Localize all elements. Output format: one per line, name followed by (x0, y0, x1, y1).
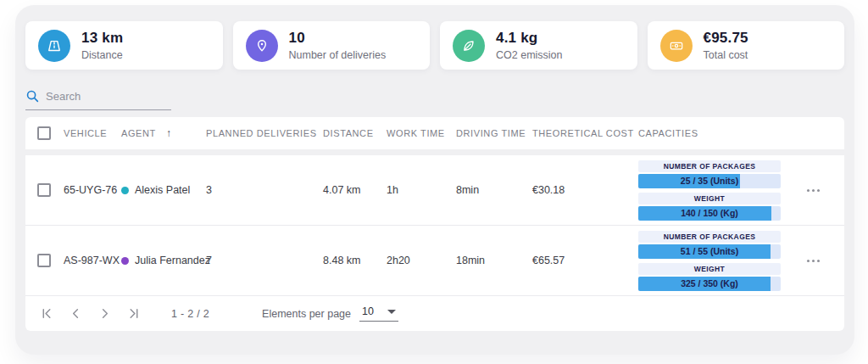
stat-card-co2: 4.1 kg CO2 emission (440, 21, 637, 70)
agent-color-dot (121, 257, 129, 265)
routes-table: VEHICLE AGENT ↑ PLANNED DELIVERIES DISTA… (25, 117, 844, 331)
driving-time-cell: 18min (456, 255, 532, 266)
planned-deliveries-cell: 7 (206, 255, 323, 266)
vehicle-cell: AS-987-WX (64, 255, 121, 266)
previous-page-button[interactable] (64, 303, 86, 325)
packages-capacity-label: NUMBER OF PACKAGES (638, 160, 781, 172)
capacities-cell: NUMBER OF PACKAGES 51 / 55 (Units) WEIGH… (638, 231, 782, 291)
column-header-work-time[interactable]: WORK TIME (387, 128, 456, 138)
packages-capacity-value: 51 / 55 (Units) (638, 244, 781, 259)
agent-cell: Julia Fernandez (121, 255, 206, 266)
agent-cell: Alexis Patel (121, 184, 206, 196)
row-actions-menu[interactable] (802, 255, 825, 267)
banknote-icon (660, 30, 693, 62)
stat-card-distance: 13 km Distance (25, 21, 223, 70)
column-header-theoretical-cost[interactable]: THEORETICAL COST (532, 128, 638, 138)
app-canvas: 13 km Distance 10 Number of deliveries (0, 0, 868, 364)
last-page-button[interactable] (122, 303, 144, 325)
agent-name: Alexis Patel (135, 184, 190, 196)
stat-label-deliveries: Number of deliveries (289, 49, 387, 61)
table-row: AS-987-WX Julia Fernandez 7 8.48 km 2h20… (25, 226, 844, 295)
pin-icon (246, 30, 278, 62)
per-page-select[interactable]: 10 (359, 305, 398, 322)
work-time-cell: 2h20 (387, 255, 456, 266)
row-actions-menu[interactable] (802, 184, 825, 197)
per-page-control: Elements per page 10 (262, 305, 398, 322)
chevron-down-icon (387, 310, 396, 314)
sort-asc-icon: ↑ (166, 127, 172, 139)
weight-capacity-label: WEIGHT (638, 263, 781, 275)
capacities-cell: NUMBER OF PACKAGES 25 / 35 (Units) WEIGH… (638, 160, 782, 221)
column-header-agent[interactable]: AGENT ↑ (121, 127, 206, 139)
column-header-driving-time[interactable]: DRIVING TIME (456, 128, 532, 138)
page-range-label: 1 - 2 / 2 (171, 308, 209, 320)
row-checkbox[interactable] (37, 254, 51, 267)
search-field (25, 85, 171, 110)
stat-value-cost: €95.75 (704, 30, 748, 47)
stat-card-cost: €95.75 Total cost (648, 21, 845, 70)
per-page-value: 10 (362, 305, 374, 317)
weight-capacity-label: WEIGHT (638, 193, 781, 204)
packages-capacity-label: NUMBER OF PACKAGES (638, 231, 781, 243)
stat-label-distance: Distance (81, 49, 123, 61)
stat-value-deliveries: 10 (289, 30, 387, 47)
column-header-capacities[interactable]: CAPACITIES (638, 128, 782, 138)
stat-card-deliveries: 10 Number of deliveries (233, 21, 431, 70)
weight-capacity-value: 140 / 150 (Kg) (638, 206, 781, 221)
theoretical-cost-cell: €65.57 (532, 255, 638, 266)
stat-label-cost: Total cost (704, 49, 748, 61)
stats-row: 13 km Distance 10 Number of deliveries (25, 21, 844, 70)
packages-capacity-value: 25 / 35 (Units) (638, 174, 781, 188)
weight-capacity-bar: 325 / 350 (Kg) (638, 277, 781, 291)
select-all-checkbox[interactable] (37, 126, 51, 140)
stat-value-co2: 4.1 kg (496, 30, 563, 47)
weight-capacity-value: 325 / 350 (Kg) (638, 277, 781, 291)
column-header-planned-deliveries[interactable]: PLANNED DELIVERIES (206, 128, 323, 138)
search-input[interactable] (46, 90, 171, 103)
table-header-row: VEHICLE AGENT ↑ PLANNED DELIVERIES DISTA… (25, 117, 844, 149)
driving-time-cell: 8min (456, 184, 532, 196)
theoretical-cost-cell: €30.18 (532, 184, 638, 196)
table-row: 65-UYG-76 Alexis Patel 3 4.07 km 1h 8min… (25, 155, 844, 225)
distance-cell: 4.07 km (323, 184, 387, 196)
search-icon (25, 89, 40, 104)
stat-value-distance: 13 km (81, 30, 123, 47)
dashboard-panel: 13 km Distance 10 Number of deliveries (15, 5, 854, 355)
work-time-cell: 1h (387, 184, 456, 196)
distance-cell: 8.48 km (323, 255, 387, 266)
next-page-button[interactable] (93, 303, 115, 325)
header-gap (25, 149, 844, 155)
packages-capacity-bar: 51 / 55 (Units) (638, 244, 781, 259)
agent-color-dot (121, 187, 129, 194)
table-footer: 1 - 2 / 2 Elements per page 10 (25, 295, 844, 331)
weight-capacity-bar: 140 / 150 (Kg) (638, 206, 781, 221)
road-icon (38, 30, 70, 62)
row-checkbox[interactable] (37, 183, 51, 197)
planned-deliveries-cell: 3 (206, 184, 323, 196)
packages-capacity-bar: 25 / 35 (Units) (638, 174, 781, 188)
leaf-icon (453, 30, 485, 62)
first-page-button[interactable] (36, 303, 58, 325)
column-header-distance[interactable]: DISTANCE (323, 128, 387, 138)
per-page-label: Elements per page (262, 308, 351, 320)
vehicle-cell: 65-UYG-76 (64, 184, 121, 196)
stat-label-co2: CO2 emission (496, 49, 563, 61)
column-header-vehicle[interactable]: VEHICLE (64, 128, 121, 138)
agent-name: Julia Fernandez (135, 255, 210, 266)
